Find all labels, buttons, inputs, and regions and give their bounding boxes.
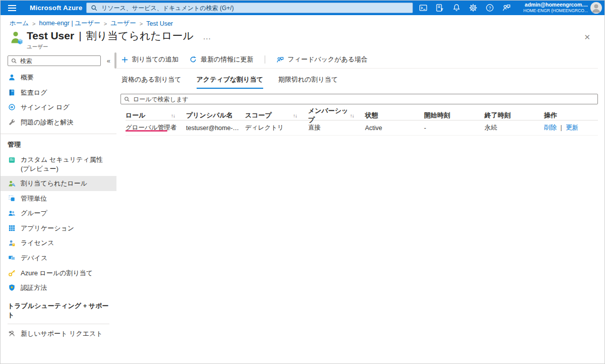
directory-filter-icon[interactable] (432, 1, 448, 15)
sidebar-item-diagnose-solve[interactable]: 問題の診断と解決 (1, 115, 116, 130)
role-search-input[interactable] (133, 96, 594, 103)
action-separator: | (560, 124, 562, 131)
sidebar-search-box[interactable] (8, 55, 101, 66)
sidebar-item-authentication-methods[interactable]: 認証方法 (1, 280, 116, 295)
notifications-bell-icon[interactable] (448, 1, 465, 15)
global-search-box[interactable] (86, 3, 413, 13)
cell-principal: testuser@home-engr.... (186, 125, 245, 132)
svg-text:?: ? (489, 6, 491, 11)
account-tenant: HOME-ENGR (HOMEENGRCO... (523, 8, 588, 13)
close-icon[interactable]: ✕ (584, 33, 590, 42)
sidebar-item-assigned-roles[interactable]: 割り当てられたロール (1, 176, 116, 191)
title-separator: | (79, 30, 81, 42)
sidebar-divider (8, 324, 109, 324)
sidebar-search-input[interactable] (20, 57, 97, 65)
breadcrumb-users[interactable]: ユーザー (110, 19, 136, 28)
sort-icon: ↑↓ (171, 113, 186, 118)
refresh-button[interactable]: 最新の情報に更新 (190, 55, 254, 64)
table-header-row: ロール ↑↓ プリンシパル名 スコープ ↑↓ メンバーシップ ↑↓ 状態 開始時… (126, 106, 598, 120)
sidebar-item-devices[interactable]: デバイス (1, 251, 116, 266)
column-header-principal: プリンシパル名 (186, 111, 245, 120)
tab-expired-assignments[interactable]: 期限切れの割り当て (278, 75, 338, 89)
sidebar-item-azure-role-assignments[interactable]: Azure ロールの割り当て (1, 266, 116, 281)
sidebar-item-label: 監査ログ (21, 88, 111, 97)
column-header-scope[interactable]: スコープ ↑↓ (245, 111, 308, 120)
key-icon (8, 269, 16, 277)
user-avatar-icon (10, 30, 24, 45)
cell-membership: 直接 (308, 124, 365, 132)
sidebar-item-groups[interactable]: グループ (1, 206, 116, 221)
sidebar-item-label: 認証方法 (21, 283, 111, 292)
page-title: Test User (27, 30, 74, 42)
refresh-icon (190, 56, 197, 63)
feedback-icon (276, 56, 284, 64)
sidebar-item-label: 管理単位 (21, 194, 111, 203)
shield-icon (8, 284, 16, 291)
sidebar-item-signin-logs[interactable]: サインイン ログ (1, 100, 116, 115)
license-icon (8, 239, 16, 247)
assigned-roles-icon (8, 180, 16, 188)
topbar: Microsoft Azure ? (1, 1, 604, 15)
feedback-button[interactable]: フィードバックがある場合 (276, 55, 368, 64)
breadcrumb-current-user[interactable]: Test User (146, 20, 173, 27)
more-actions-icon[interactable]: ... (203, 32, 211, 41)
feedback-icon[interactable] (498, 1, 515, 15)
wrench-icon (8, 118, 16, 126)
annotation-underline (126, 130, 167, 132)
role-search-box[interactable] (120, 94, 598, 104)
support-person-icon (8, 330, 16, 337)
tab-active-assignments[interactable]: アクティブな割り当て (197, 75, 263, 89)
assignments-table: ロール ↑↓ プリンシパル名 スコープ ↑↓ メンバーシップ ↑↓ 状態 開始時… (126, 106, 598, 136)
column-header-role[interactable]: ロール ↑↓ (126, 111, 186, 120)
cloud-shell-icon[interactable] (415, 1, 432, 15)
breadcrumb-tenant-users[interactable]: home-engr | ユーザー (39, 19, 100, 28)
sidebar-item-custom-security-attributes[interactable]: カスタム セキュリティ属性 (プレビュー) (1, 152, 116, 176)
sidebar-item-label: デバイス (21, 254, 111, 263)
cell-end-time: 永続 (485, 124, 544, 132)
breadcrumb-home[interactable]: ホーム (10, 19, 29, 28)
refresh-label: 最新の情報に更新 (201, 55, 254, 64)
sidebar-item-audit-logs[interactable]: 監査ログ (1, 85, 116, 100)
sidebar-item-licenses[interactable]: ライセンス (1, 235, 116, 251)
devices-icon (8, 254, 16, 262)
column-header-membership[interactable]: メンバーシップ ↑↓ (308, 106, 365, 125)
feedback-label: フィードバックがある場合 (288, 55, 368, 64)
sidebar-item-label: アプリケーション (21, 224, 111, 233)
sidebar-item-overview[interactable]: 概要 (1, 70, 116, 85)
tab-eligible-assignments[interactable]: 資格のある割り当て (122, 75, 182, 89)
cell-start-time: - (424, 125, 485, 132)
sidebar-item-label: Azure ロールの割り当て (21, 269, 111, 278)
command-bar: 割り当ての追加 最新の情報に更新 フィードバックがある場合 (116, 51, 598, 69)
page-subtitle: ユーザー (27, 43, 48, 50)
brand-logo[interactable]: Microsoft Azure (30, 4, 83, 12)
add-assignment-label: 割り当ての追加 (132, 55, 178, 64)
global-search-input[interactable] (101, 5, 408, 12)
person-icon (8, 74, 16, 81)
breadcrumb-separator: > (140, 21, 143, 27)
settings-gear-icon[interactable] (465, 1, 481, 15)
sidebar-collapse-icon[interactable]: « (105, 57, 112, 65)
avatar[interactable] (590, 2, 602, 14)
sidebar-item-label: 概要 (21, 73, 111, 82)
update-link[interactable]: 更新 (566, 124, 578, 131)
sort-icon: ↑↓ (293, 113, 308, 118)
add-assignment-button[interactable]: 割り当ての追加 (122, 55, 178, 64)
delete-link[interactable]: 削除 (544, 124, 557, 131)
custom-security-attributes-icon (8, 156, 16, 164)
sidebar-item-new-support-request[interactable]: 新しいサポート リクエスト (1, 326, 116, 341)
azure-portal-window: Microsoft Azure ? (0, 0, 605, 364)
account-menu[interactable]: admin@homeengrcom.... HOME-ENGR (HOMEENG… (523, 2, 588, 13)
sidebar-item-applications[interactable]: アプリケーション (1, 221, 116, 236)
hamburger-menu-icon[interactable] (1, 1, 24, 15)
search-icon (91, 5, 98, 12)
page-title-section: 割り当てられたロール (86, 29, 194, 43)
main-content: 割り当ての追加 最新の情報に更新 フィードバックがある場合 資格のある割り当て … (116, 51, 604, 363)
sidebar-item-admin-units[interactable]: 管理単位 (1, 191, 116, 206)
help-icon[interactable]: ? (481, 1, 498, 15)
command-divider (265, 55, 265, 64)
account-name: admin@homeengrcom.... (523, 2, 588, 8)
sidebar-section-management: 管理 (1, 134, 116, 152)
audit-log-icon (8, 89, 16, 96)
column-header-state: 状態 (365, 111, 424, 120)
cell-role: グローバル管理者 (126, 124, 186, 132)
